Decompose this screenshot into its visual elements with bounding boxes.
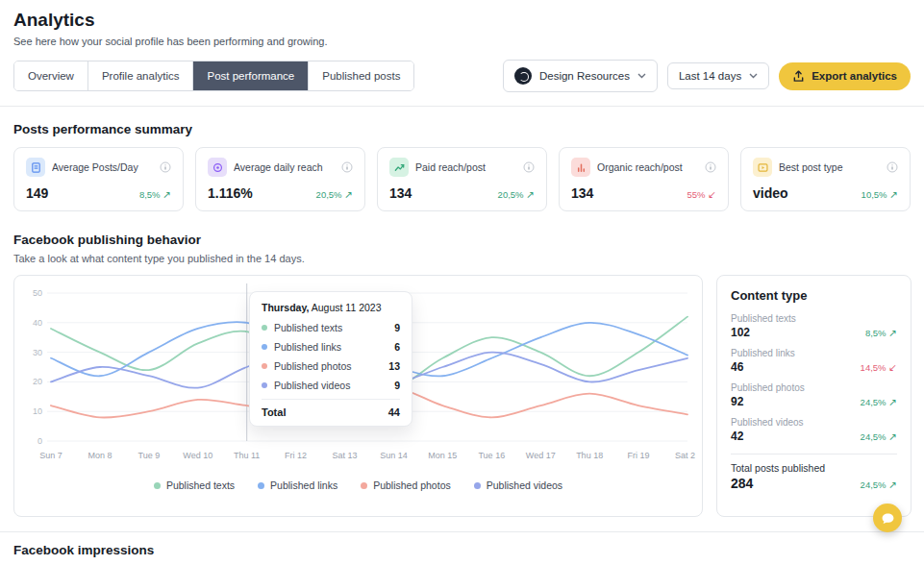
trend-badge: 55% ↙ — [687, 188, 716, 200]
chart-tooltip: Thursday, August 11 2023 Published texts… — [249, 291, 412, 427]
trend-arrow-icon: ↗ — [888, 479, 897, 490]
card-label: Paid reach/post — [415, 161, 516, 173]
publishing-chart-card: 01020304050Sun 7Mon 8Tue 9Wed 10Thu 11Fr… — [13, 275, 703, 517]
trend-arrow-icon: ↗ — [344, 188, 353, 200]
svg-text:Fri 12: Fri 12 — [285, 451, 307, 460]
card-label: Best post type — [779, 161, 880, 173]
tooltip-total: Total 44 — [262, 399, 400, 418]
info-icon[interactable] — [523, 161, 535, 173]
svg-text:Tue 16: Tue 16 — [478, 451, 505, 460]
trend-badge: 8,5% ↗ — [139, 188, 171, 200]
trend-badge: 14,5% ↙ — [861, 361, 897, 373]
summary-heading: Posts performance summary — [13, 122, 911, 136]
info-icon[interactable] — [887, 161, 898, 173]
trend-badge: 24,5% ↗ — [861, 396, 897, 407]
tooltip-row: Published photos 13 — [262, 356, 400, 376]
card-paid-reach-post: Paid reach/post 134 20,5% ↗ — [377, 147, 547, 211]
svg-text:0: 0 — [37, 436, 42, 446]
card-value: 134 — [389, 185, 412, 201]
tab-post-performance[interactable]: Post performance — [192, 61, 308, 90]
posts-icon — [26, 158, 45, 177]
profile-avatar — [514, 67, 532, 85]
trend-badge: 20,5% ↗ — [498, 188, 535, 200]
content-type-row: Published texts 102 8,5% ↗ — [731, 313, 897, 339]
trend-badge: 20,5% ↗ — [316, 188, 353, 200]
header-divider — [0, 106, 924, 107]
tooltip-row: Published texts 9 — [262, 318, 400, 337]
page-title: Analytics — [13, 10, 911, 31]
info-icon[interactable] — [705, 161, 716, 173]
svg-text:Sun 7: Sun 7 — [39, 451, 62, 460]
export-analytics-button[interactable]: Export analytics — [779, 62, 911, 90]
svg-text:10: 10 — [33, 406, 42, 416]
svg-text:Thu 11: Thu 11 — [234, 451, 260, 460]
tooltip-row: Published videos 9 — [262, 376, 400, 395]
legend-item: Published photos — [361, 479, 451, 491]
page-subtitle: See here how your social profile has bee… — [13, 36, 911, 47]
tab-published-posts[interactable]: Published posts — [308, 61, 413, 90]
impressions-heading: Facebook impressions — [13, 543, 911, 557]
content-type-heading: Content type — [731, 288, 897, 303]
toolbar-row: Overview Profile analytics Post performa… — [0, 47, 924, 106]
card-average-posts-day: Average Posts/Day 149 8,5% ↗ — [13, 147, 184, 211]
impressions-divider — [0, 531, 924, 532]
card-label: Average daily reach — [234, 161, 335, 173]
card-label: Organic reach/post — [597, 161, 698, 173]
svg-text:Mon 8: Mon 8 — [87, 451, 112, 460]
info-icon[interactable] — [160, 161, 171, 173]
svg-text:40: 40 — [33, 318, 42, 328]
legend-item: Published texts — [154, 479, 235, 491]
series-dot — [262, 363, 267, 369]
profile-selector-label: Design Resources — [539, 70, 630, 82]
card-best-post-type: Best post type video 10,5% ↗ — [740, 147, 911, 211]
svg-text:Sun 14: Sun 14 — [380, 451, 408, 460]
content-type-total: Total posts published 284 24,5% ↗ — [731, 454, 897, 491]
page-header: Analytics See here how your social profi… — [0, 0, 924, 47]
svg-text:Wed 10: Wed 10 — [183, 451, 212, 460]
svg-text:Sat 13: Sat 13 — [333, 451, 358, 460]
trend-arrow-icon: ↗ — [888, 430, 897, 442]
analytics-tabs: Overview Profile analytics Post performa… — [13, 61, 414, 91]
card-value: video — [753, 185, 788, 201]
date-range-selector[interactable]: Last 14 days — [667, 62, 769, 89]
trend-arrow-icon: ↙ — [888, 361, 897, 373]
post-type-icon — [753, 158, 772, 177]
series-dot — [154, 482, 161, 489]
content-type-row: Published videos 42 24,5% ↗ — [731, 417, 897, 443]
trend-badge: 10,5% ↗ — [862, 188, 898, 200]
chart-legend: Published texts Published links Publishe… — [22, 479, 694, 491]
reach-icon — [208, 158, 227, 177]
svg-text:Sat 20: Sat 20 — [675, 451, 695, 460]
svg-text:Wed 17: Wed 17 — [526, 451, 556, 460]
chat-bubble-icon — [881, 511, 895, 526]
tooltip-row: Published links 6 — [262, 337, 400, 356]
series-dot — [262, 382, 267, 388]
analytics-page: Analytics See here how your social profi… — [0, 0, 924, 565]
date-range-label: Last 14 days — [679, 70, 741, 82]
content-type-row: Published photos 92 24,5% ↗ — [731, 382, 897, 408]
svg-text:Fri 19: Fri 19 — [628, 451, 650, 460]
tab-overview[interactable]: Overview — [14, 61, 87, 90]
toolbar-right: Design Resources Last 14 days Export ana… — [503, 60, 911, 92]
publishing-content: 01020304050Sun 7Mon 8Tue 9Wed 10Thu 11Fr… — [13, 275, 911, 517]
export-icon — [792, 70, 805, 83]
organic-reach-icon — [571, 158, 590, 177]
trend-arrow-icon: ↗ — [889, 188, 898, 200]
chevron-down-icon — [637, 73, 646, 79]
card-average-daily-reach: Average daily reach 1.116% 20,5% ↗ — [195, 147, 365, 211]
trend-arrow-icon: ↗ — [888, 327, 897, 338]
chat-widget-button[interactable] — [873, 504, 902, 532]
series-dot — [361, 482, 367, 489]
trend-arrow-icon: ↙ — [708, 188, 716, 200]
content-type-row: Published links 46 14,5% ↙ — [731, 348, 897, 374]
legend-item: Published links — [258, 479, 337, 491]
card-value: 1.116% — [208, 185, 253, 201]
trend-badge: 24,5% ↗ — [861, 479, 897, 490]
svg-text:50: 50 — [33, 288, 42, 298]
tab-profile-analytics[interactable]: Profile analytics — [87, 61, 193, 90]
publishing-heading: Facebook publishing behavior — [13, 233, 911, 247]
legend-item: Published videos — [474, 479, 562, 491]
svg-text:Thu 18: Thu 18 — [576, 451, 603, 460]
profile-selector[interactable]: Design Resources — [503, 60, 658, 92]
info-icon[interactable] — [341, 161, 353, 173]
